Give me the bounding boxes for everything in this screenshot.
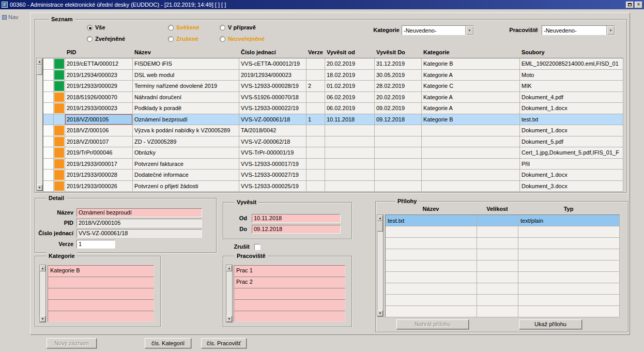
cell-do[interactable]: 31.12.2019 (375, 58, 422, 70)
cell-pid[interactable]: 2019/12933/000023 (65, 103, 133, 114)
cell-do[interactable] (375, 136, 422, 148)
scroll-down-button[interactable]: ▼ (37, 185, 42, 191)
cell-do[interactable]: 09.02.2019 (375, 103, 422, 114)
filter-option-5[interactable]: Zrušené (168, 36, 220, 42)
priloha-cell-typ[interactable] (518, 306, 620, 317)
list-item[interactable]: Prac 1 (234, 265, 345, 277)
cell-verze[interactable] (306, 136, 325, 148)
row-select-cell[interactable] (43, 58, 54, 70)
scroll-up-button[interactable]: ▲ (377, 215, 383, 221)
cell-soubory[interactable]: Dokument_5.pdf (520, 136, 623, 148)
cell-verze[interactable] (306, 125, 325, 136)
cell-pid[interactable]: 2019/TrPr/000046 (65, 147, 133, 159)
cell-soubory[interactable]: Dokument_1.docx (520, 170, 623, 181)
row-select-cell[interactable] (43, 81, 54, 92)
zrusit-checkbox[interactable] (254, 244, 260, 250)
cell-od[interactable]: 06.02.2019 (325, 92, 375, 103)
scroll-track[interactable] (40, 271, 45, 316)
table-row[interactable]: 2019/12933/000017Potvrzení fakturaceVVS-… (43, 159, 623, 170)
list-item[interactable] (48, 299, 154, 311)
scroll-track[interactable] (377, 221, 383, 310)
chevron-down-icon[interactable]: ▼ (465, 26, 473, 35)
table-row[interactable]: 2019/12933/000023Podklady k poraděVVS-12… (43, 103, 623, 114)
cell-soubory[interactable]: Dokument_1.docx (520, 103, 623, 114)
cell-nazev[interactable]: Potvrzení fakturace (133, 159, 239, 170)
row-select-cell[interactable] (43, 70, 54, 81)
cell-pid[interactable]: 2019/12933/000029 (65, 81, 133, 92)
cell-cislo[interactable]: VVS-12933-000025/19 (239, 181, 306, 192)
cell-kategorie[interactable]: Kategorie A (422, 70, 520, 81)
pracoviste-list-scrollbar[interactable]: ▲ ▼ (226, 265, 233, 323)
priloha-cell-velikost[interactable] (477, 226, 518, 238)
cell-do[interactable] (375, 125, 422, 136)
cell-verze[interactable]: 2 (306, 81, 325, 92)
list-item[interactable] (234, 288, 345, 299)
row-select-cell[interactable] (43, 92, 54, 103)
nazev-field[interactable]: Oznámení bezproudí (76, 208, 202, 217)
row-select-cell[interactable] (43, 147, 54, 159)
cell-verze[interactable] (306, 147, 325, 159)
cell-nazev[interactable]: DSL web modul (133, 70, 239, 81)
cell-kategorie[interactable]: Kategorie B (422, 114, 520, 126)
table-row[interactable]: 2018/51926/000070Náhradní doručeníVVS-51… (43, 92, 623, 103)
priloha-cell-velikost[interactable] (477, 215, 518, 226)
row-select-cell[interactable] (43, 103, 54, 114)
cell-pid[interactable]: 2019/12933/000017 (65, 159, 133, 170)
filter-option-3[interactable]: V přípravě (220, 24, 323, 30)
row-select-cell[interactable] (43, 114, 54, 126)
table-row[interactable]: 2018/VZ/000107ZD - VZ0005289VVS-VZ-00006… (43, 136, 623, 148)
table-row[interactable]: 2019/12933/000028Dodatečné informaceVVS-… (43, 170, 623, 181)
priloha-row[interactable] (386, 249, 620, 261)
cell-kategorie[interactable] (422, 125, 520, 136)
pid-field[interactable]: 2018/VZ/000105 (76, 219, 202, 227)
table-row[interactable]: 2019/cETTA/000012FISDEMO iFISVVS-cETTA-0… (43, 58, 623, 70)
records-table-scrollbar[interactable]: ▲ ▼ (36, 58, 43, 191)
cell-nazev[interactable]: Podklady k poradě (133, 103, 239, 114)
cell-verze[interactable] (306, 92, 325, 103)
restore-button[interactable] (626, 2, 634, 8)
list-item[interactable] (48, 288, 154, 299)
scroll-down-button[interactable]: ▼ (226, 316, 232, 322)
cell-nazev[interactable]: Potvrzení o přijetí žádosti (133, 181, 239, 192)
chevron-down-icon[interactable]: ▼ (606, 26, 615, 35)
do-field[interactable]: 09.12.2018 (252, 225, 341, 234)
cell-od[interactable]: 10.11.2018 (325, 114, 375, 126)
priloha-cell-nazev[interactable] (386, 261, 477, 272)
scroll-thumb[interactable] (37, 65, 42, 75)
cell-soubory[interactable]: EML_190220085214000.eml,FISD_01 (520, 58, 623, 70)
cell-od[interactable] (325, 170, 375, 181)
priloha-cell-velikost[interactable] (477, 249, 518, 261)
cell-kategorie[interactable] (422, 170, 520, 181)
cell-cislo[interactable]: VVS-VZ-000062/18 (239, 136, 306, 148)
cell-od[interactable]: 06.02.2019 (325, 103, 375, 114)
priloha-cell-typ[interactable] (518, 272, 620, 283)
kategorie-list-scrollbar[interactable]: ▲ ▼ (39, 265, 46, 323)
table-row[interactable]: 2019/12933/000026Potvrzení o přijetí žád… (43, 181, 623, 192)
scroll-down-button[interactable]: ▼ (377, 310, 383, 316)
cell-soubory[interactable]: MIK (520, 81, 623, 92)
row-select-cell[interactable] (43, 181, 54, 192)
priloha-cell-nazev[interactable] (386, 283, 477, 295)
list-item[interactable] (48, 311, 154, 322)
cell-cislo[interactable]: TA/2018/0042 (239, 125, 306, 136)
cell-kategorie[interactable] (422, 159, 520, 170)
cell-do[interactable] (375, 147, 422, 159)
scroll-thumb[interactable] (377, 221, 383, 232)
cell-verze[interactable] (306, 70, 325, 81)
row-select-cell[interactable] (43, 170, 54, 181)
cell-do[interactable] (375, 159, 422, 170)
cell-cislo[interactable]: VVS-cETTA-000012/19 (239, 58, 306, 70)
cell-cislo[interactable]: VVS-12933-000028/19 (239, 81, 306, 92)
cell-od[interactable]: 18.02.2019 (325, 70, 375, 81)
cislo-jednaci-field[interactable]: VVS-VZ-000061/18 (76, 229, 202, 238)
filter-option-2[interactable]: Svěšené (168, 24, 220, 30)
cell-verze[interactable] (306, 58, 325, 70)
cell-soubory[interactable]: Cert_1.jpg,Dokument_5.pdf,IFIS_01_F (520, 147, 623, 159)
cell-kategorie[interactable] (422, 147, 520, 159)
cell-do[interactable]: 20.02.2019 (375, 92, 422, 103)
cell-kategorie[interactable]: Kategorie A (422, 103, 520, 114)
cell-kategorie[interactable] (422, 136, 520, 148)
cell-soubory[interactable]: test.txt (520, 114, 623, 126)
cell-nazev[interactable]: Termíny nařízené dovolené 2019 (133, 81, 239, 92)
table-row[interactable]: 2019/12933/000029Termíny nařízené dovole… (43, 81, 623, 92)
